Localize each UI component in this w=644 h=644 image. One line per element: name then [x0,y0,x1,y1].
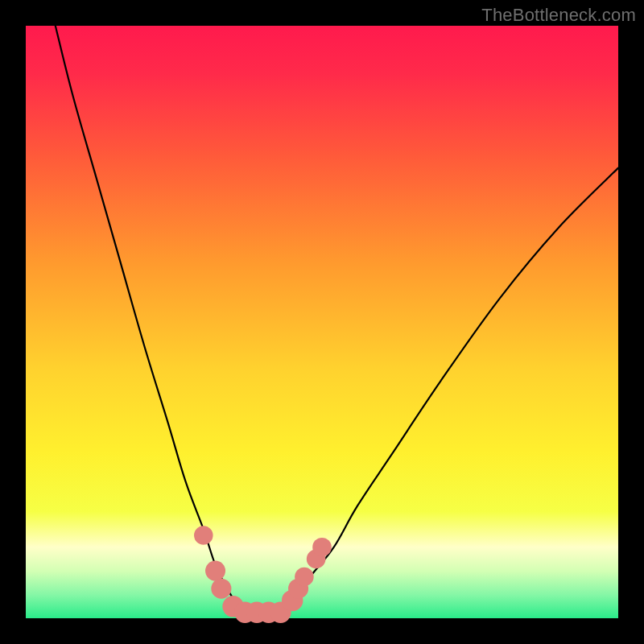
data-marker [205,561,225,581]
plot-area [26,26,618,618]
curve-layer [26,26,618,618]
outer-frame: TheBottleneck.com [0,0,644,644]
data-marker [312,538,332,557]
data-marker [194,526,213,545]
data-marker [295,568,314,587]
data-marker [211,579,231,599]
watermark-text: TheBottleneck.com [481,5,636,26]
bottleneck-curve [56,26,618,613]
